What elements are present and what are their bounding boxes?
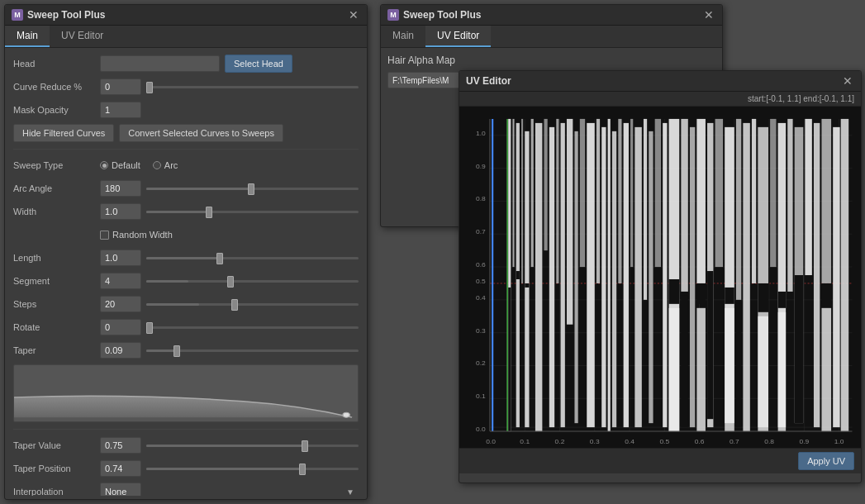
- length-input[interactable]: [100, 250, 141, 266]
- segment-slider[interactable]: [146, 280, 359, 283]
- svg-rect-74: [841, 119, 849, 431]
- tab-main-left[interactable]: Main: [5, 26, 50, 47]
- taper-value-row: Taper Value: [13, 436, 359, 454]
- left-sweep-panel: M Sweep Tool Plus ✕ Main UV Editor Head …: [4, 4, 368, 500]
- width-row: Width: [13, 202, 359, 221]
- svg-text:0.6: 0.6: [695, 438, 705, 445]
- steps-input[interactable]: [100, 296, 141, 312]
- head-row: Head Select Head: [13, 55, 359, 73]
- taper-value-input[interactable]: [100, 437, 141, 454]
- sweep-type-radios: Default Arc: [100, 160, 178, 170]
- arc-angle-row: Arc Angle: [13, 179, 359, 197]
- svg-rect-78: [707, 271, 713, 419]
- arc-angle-slider[interactable]: [146, 188, 359, 190]
- arc-angle-input[interactable]: [100, 180, 141, 197]
- length-slider[interactable]: [146, 257, 359, 259]
- svg-rect-84: [821, 283, 831, 304]
- rotate-slider[interactable]: [146, 326, 359, 329]
- uv-canvas-area[interactable]: 0.0 0.1 0.2 0.3 0.4 0.5 0.6 0.7 0.8 0.9 …: [459, 107, 861, 448]
- panel-icon: M: [12, 9, 23, 21]
- svg-rect-81: [758, 283, 768, 312]
- taper-curve-preview[interactable]: [13, 364, 359, 422]
- interpolation-select[interactable]: None Linear Smooth: [100, 483, 141, 496]
- taper-value-label: Taper Value: [13, 440, 100, 450]
- curve-reduce-slider[interactable]: [146, 86, 359, 88]
- head-input[interactable]: [100, 55, 220, 72]
- svg-rect-37: [574, 131, 577, 423]
- uv-panel-content: start:[-0.1, 1.1] end:[-0.1, 1.1]: [459, 92, 861, 473]
- svg-rect-76: [681, 296, 687, 427]
- hair-alpha-row: Hair Alpha Map: [387, 55, 715, 66]
- svg-rect-46: [612, 131, 616, 427]
- svg-rect-85: [669, 308, 680, 431]
- arc-angle-label: Arc Angle: [13, 183, 100, 193]
- svg-rect-63: [743, 123, 749, 431]
- left-panel-close[interactable]: ✕: [347, 9, 360, 21]
- segment-row: Segment: [13, 272, 359, 290]
- radio-dot-arc: [153, 161, 161, 169]
- svg-rect-40: [596, 119, 600, 283]
- width-label: Width: [13, 207, 100, 216]
- tab-uv-editor-left[interactable]: UV Editor: [50, 26, 115, 47]
- svg-text:0.7: 0.7: [730, 438, 739, 445]
- svg-rect-71: [814, 123, 820, 427]
- svg-rect-42: [508, 288, 511, 431]
- svg-rect-70: [805, 119, 811, 275]
- random-width-checkbox[interactable]: Random Width: [100, 230, 173, 240]
- mask-opacity-row: Mask Opacity: [13, 101, 359, 119]
- taper-position-slider[interactable]: [146, 468, 359, 470]
- svg-rect-83: [795, 275, 804, 423]
- random-width-row: Random Width: [13, 226, 359, 244]
- length-label: Length: [13, 253, 100, 263]
- hair-alpha-map-label: Hair Alpha Map: [387, 55, 455, 66]
- svg-rect-47: [618, 119, 621, 283]
- svg-text:0.3: 0.3: [590, 438, 600, 445]
- width-input[interactable]: [100, 203, 141, 220]
- uv-bottom-bar: Apply UV: [459, 448, 861, 473]
- mask-opacity-input[interactable]: [100, 102, 141, 118]
- length-row: Length: [13, 249, 359, 267]
- svg-rect-29: [525, 131, 529, 427]
- hide-filtered-button[interactable]: Hide Filtered Curves: [13, 124, 114, 142]
- right-panel-title: Sweep Tool Plus: [403, 9, 481, 21]
- uv-panel-close[interactable]: ✕: [841, 75, 854, 87]
- curve-reduce-input[interactable]: [100, 78, 141, 95]
- convert-curves-button[interactable]: Convert Selected Curves to Sweeps: [119, 124, 283, 142]
- svg-rect-66: [770, 119, 776, 267]
- rotate-row: Rotate: [13, 318, 359, 336]
- segment-label: Segment: [13, 276, 100, 286]
- tab-uv-editor-right[interactable]: UV Editor: [425, 26, 491, 47]
- uv-panel-title: UV Editor: [466, 75, 511, 87]
- tab-main-right[interactable]: Main: [381, 26, 425, 47]
- svg-rect-49: [630, 119, 633, 267]
- rotate-input[interactable]: [100, 319, 141, 335]
- width-slider[interactable]: [146, 211, 359, 213]
- svg-rect-82: [778, 292, 787, 308]
- svg-rect-31: [535, 123, 542, 431]
- svg-rect-33: [549, 127, 554, 427]
- svg-rect-77: [696, 283, 706, 304]
- taper-position-label: Taper Position: [13, 464, 100, 473]
- interpolation-row: Interpolation None Linear Smooth ▼: [13, 483, 359, 496]
- svg-rect-86: [696, 308, 706, 431]
- steps-slider[interactable]: [146, 303, 359, 306]
- taper-input[interactable]: [100, 342, 141, 359]
- right-panel-tabs: Main UV Editor: [381, 26, 722, 48]
- taper-row: Taper: [13, 341, 359, 359]
- svg-rect-38: [580, 119, 585, 267]
- svg-rect-43: [516, 271, 520, 279]
- apply-uv-button[interactable]: Apply UV: [798, 452, 854, 470]
- rotate-label: Rotate: [13, 322, 100, 332]
- taper-value-slider[interactable]: [146, 445, 359, 447]
- sweep-arc-radio[interactable]: Arc: [153, 160, 178, 170]
- taper-position-input[interactable]: [100, 460, 141, 477]
- svg-text:0.8: 0.8: [764, 438, 774, 445]
- svg-text:0.6: 0.6: [476, 261, 486, 269]
- right-panel-close[interactable]: ✕: [702, 9, 715, 21]
- svg-rect-44: [525, 283, 529, 288]
- taper-slider[interactable]: [146, 349, 359, 352]
- select-head-button[interactable]: Select Head: [225, 55, 292, 73]
- sweep-default-radio[interactable]: Default: [100, 160, 140, 170]
- svg-rect-79: [725, 288, 734, 304]
- segment-input[interactable]: [100, 273, 141, 289]
